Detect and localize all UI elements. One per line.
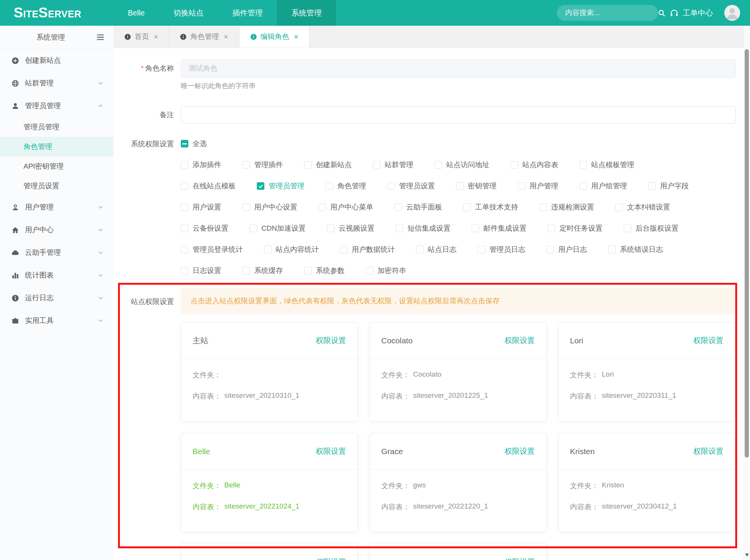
permission-checkbox-创建新站点[interactable]: 创建新站点 [304, 160, 352, 170]
tab-首页[interactable]: 首页× [113, 26, 169, 48]
permission-checkbox-管理员设置[interactable]: 管理员设置 [387, 181, 435, 191]
sidebar-item-管理员管理[interactable]: 管理员管理 [0, 95, 113, 117]
checkbox-icon[interactable] [396, 225, 403, 232]
checkbox-icon[interactable] [304, 267, 312, 275]
checkbox-icon[interactable] [318, 203, 326, 211]
permission-checkbox-后台版权设置[interactable]: 后台版权设置 [624, 223, 679, 233]
close-icon[interactable]: × [224, 32, 228, 41]
checkbox-icon[interactable] [518, 182, 525, 190]
checkbox-icon[interactable] [615, 203, 623, 211]
permission-checkbox-管理员登录统计[interactable]: 管理员登录统计 [181, 245, 243, 254]
checkbox-icon[interactable] [478, 246, 485, 253]
checkbox-icon[interactable] [304, 161, 312, 169]
nav-item-切换站点[interactable]: 切换站点 [159, 0, 218, 26]
checkbox-icon[interactable] [181, 246, 188, 253]
sidebar-item-云助手管理[interactable]: 云助手管理 [0, 241, 113, 264]
sidebar-subitem-角色管理[interactable]: 角色管理 [0, 137, 113, 157]
checkbox-icon[interactable] [608, 246, 616, 253]
permission-checkbox-用户组管理[interactable]: 用户组管理 [579, 181, 627, 191]
permission-checkbox-违规检测设置[interactable]: 违规检测设置 [539, 202, 594, 212]
permission-checkbox-系统缓存[interactable]: 系统缓存 [242, 266, 283, 276]
permission-checkbox-在线站点模板[interactable]: 在线站点模板 [181, 181, 236, 191]
sidebar-item-实用工具[interactable]: 实用工具 [0, 309, 113, 332]
checkbox-icon[interactable] [181, 182, 188, 190]
permission-checkbox-系统参数[interactable]: 系统参数 [304, 266, 345, 276]
permission-checkbox-用户管理[interactable]: 用户管理 [518, 181, 558, 191]
nav-item-插件管理[interactable]: 插件管理 [218, 0, 277, 26]
permission-checkbox-云助手面板[interactable]: 云助手面板 [394, 202, 442, 212]
checkbox-icon[interactable] [456, 182, 464, 190]
permission-checkbox-站点内容统计[interactable]: 站点内容统计 [264, 245, 319, 254]
avatar[interactable] [724, 5, 740, 21]
checkbox-icon[interactable] [181, 203, 188, 211]
nav-item-系统管理[interactable]: 系统管理 [277, 0, 336, 26]
checkbox-icon[interactable] [181, 267, 188, 275]
permission-checkbox-角色管理[interactable]: 角色管理 [326, 181, 366, 191]
collapse-menu-icon[interactable] [96, 33, 105, 42]
permission-checkbox-日志设置[interactable]: 日志设置 [181, 266, 221, 276]
permission-checkbox-用户字段[interactable]: 用户字段 [648, 181, 689, 191]
checkbox-icon[interactable] [472, 225, 479, 232]
permission-settings-link[interactable]: 权限设置 [505, 335, 535, 346]
role-name-input[interactable] [181, 59, 736, 78]
search-icon[interactable] [658, 9, 666, 17]
permission-settings-link[interactable]: 权限设置 [693, 335, 724, 346]
permission-settings-link[interactable]: 权限设置 [505, 557, 535, 560]
permission-checkbox-定时任务设置[interactable]: 定时任务设置 [548, 223, 602, 233]
permission-checkbox-用户日志[interactable]: 用户日志 [547, 245, 587, 254]
checkbox-icon[interactable] [181, 161, 188, 169]
checkbox-icon[interactable] [539, 203, 547, 211]
sidebar-subitem-API密钥管理[interactable]: API密钥管理 [0, 157, 113, 176]
permission-checkbox-文本纠错设置[interactable]: 文本纠错设置 [615, 202, 670, 212]
permission-checkbox-云视频设置[interactable]: 云视频设置 [327, 223, 374, 233]
sidebar-subitem-管理员管理[interactable]: 管理员管理 [0, 117, 113, 137]
permission-checkbox-加密符串[interactable]: 加密符串 [366, 266, 406, 276]
select-all-checkbox[interactable]: 全选 [181, 139, 736, 148]
checkbox-indeterminate-icon[interactable] [181, 140, 188, 147]
permission-checkbox-管理员日志[interactable]: 管理员日志 [478, 245, 525, 254]
permission-checkbox-站点日志[interactable]: 站点日志 [416, 245, 457, 254]
permission-checkbox-用户中心设置[interactable]: 用户中心设置 [242, 202, 297, 212]
checkbox-icon[interactable] [579, 182, 587, 190]
permission-checkbox-邮件集成设置[interactable]: 邮件集成设置 [472, 223, 526, 233]
close-icon[interactable]: × [154, 32, 158, 41]
checkbox-icon[interactable] [264, 246, 272, 253]
tab-角色管理[interactable]: 角色管理× [169, 26, 239, 48]
permission-checkbox-添加插件[interactable]: 添加插件 [181, 160, 221, 170]
sidebar-item-创建新站点[interactable]: 创建新站点 [0, 49, 113, 72]
checkbox-checked-icon[interactable] [257, 182, 264, 190]
checkbox-icon[interactable] [511, 161, 518, 169]
checkbox-icon[interactable] [387, 182, 395, 190]
permission-checkbox-站点访问地址[interactable]: 站点访问地址 [435, 160, 489, 170]
permission-checkbox-云备份设置[interactable]: 云备份设置 [181, 223, 228, 233]
close-icon[interactable]: × [294, 32, 298, 41]
permission-settings-link[interactable]: 权限设置 [316, 446, 346, 456]
permission-checkbox-站群管理[interactable]: 站群管理 [373, 160, 413, 170]
checkbox-icon[interactable] [547, 246, 554, 253]
permission-checkbox-站点模板管理[interactable]: 站点模板管理 [579, 160, 634, 170]
ticket-center-button[interactable]: 工单中心 [669, 8, 713, 18]
checkbox-icon[interactable] [579, 161, 587, 169]
permission-checkbox-工单技术支持[interactable]: 工单技术支持 [463, 202, 518, 212]
checkbox-icon[interactable] [181, 225, 188, 232]
tab-编辑角色[interactable]: 编辑角色× [239, 26, 309, 48]
checkbox-icon[interactable] [463, 203, 471, 211]
remark-input[interactable] [181, 106, 736, 124]
permission-settings-link[interactable]: 权限设置 [505, 446, 535, 456]
permission-checkbox-系统错误日志[interactable]: 系统错误日志 [608, 245, 663, 254]
siteserver-logo[interactable]: SITESERVER [0, 5, 113, 21]
checkbox-icon[interactable] [327, 225, 334, 232]
checkbox-icon[interactable] [242, 203, 250, 211]
nav-item-Belle[interactable]: Belle [113, 0, 159, 26]
permission-checkbox-用户设置[interactable]: 用户设置 [181, 202, 221, 212]
checkbox-icon[interactable] [624, 225, 631, 232]
scrollbar-down-arrow[interactable] [745, 554, 749, 557]
checkbox-icon[interactable] [548, 225, 555, 232]
checkbox-icon[interactable] [416, 246, 424, 253]
sidebar-item-用户管理[interactable]: 用户管理 [0, 196, 113, 219]
checkbox-icon[interactable] [326, 182, 333, 190]
permission-settings-link[interactable]: 权限设置 [316, 335, 346, 346]
sidebar-item-用户中心[interactable]: 用户中心 [0, 219, 113, 241]
permission-checkbox-短信集成设置[interactable]: 短信集成设置 [396, 223, 450, 233]
scrollbar-thumb[interactable] [745, 49, 749, 458]
